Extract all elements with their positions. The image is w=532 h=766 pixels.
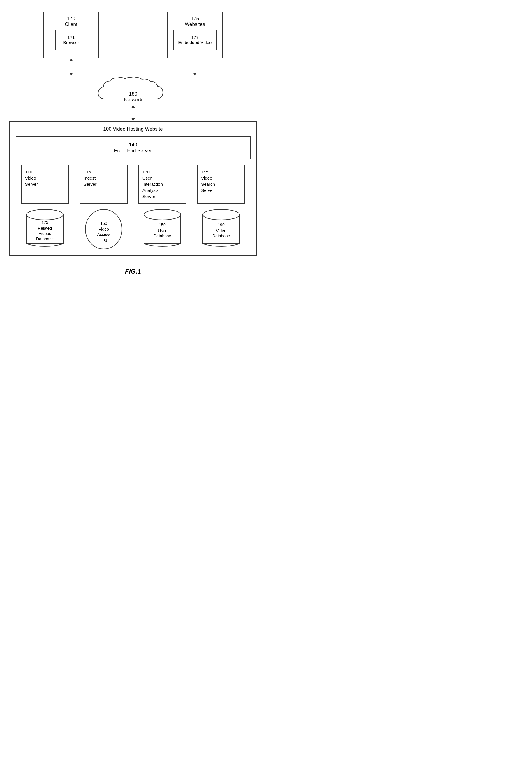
client-arrow-line xyxy=(71,61,71,73)
embedded-video-label: 177 Embedded Video xyxy=(178,35,212,45)
websites-name: Websites xyxy=(185,22,205,27)
svg-text:Database: Database xyxy=(36,237,54,241)
svg-text:Access: Access xyxy=(97,232,110,237)
websites-box: 175 Websites 177 Embedded Video xyxy=(167,12,223,58)
server-label-115: 115IngestServer xyxy=(84,169,96,187)
db-row: 175 Related Videos Database 160 Video Ac… xyxy=(16,209,251,250)
browser-label: 171 Browser xyxy=(63,35,79,45)
hosting-title: 100 Video Hosting Website xyxy=(103,126,163,132)
top-row: 170 Client 171 Browser 175 Websites xyxy=(9,12,257,58)
oval-160: 160 Video Access Log xyxy=(85,209,123,250)
websites-arrow-line xyxy=(195,58,195,73)
hosting-label: Video Hosting Website xyxy=(113,126,163,132)
browser-id: 171 xyxy=(67,35,75,40)
client-arrow-up xyxy=(69,58,73,61)
server-box-115: 115IngestServer xyxy=(80,165,128,204)
hosting-id: 100 xyxy=(103,126,111,132)
network-section: 180 Network xyxy=(89,76,177,108)
cylinder-svg-150: 150 User Database xyxy=(143,209,181,250)
embedded-video-box: 177 Embedded Video xyxy=(173,30,217,50)
cylinder-svg-190: 190 Video Database xyxy=(202,209,240,250)
client-label: 170 Client xyxy=(65,16,77,27)
svg-text:Video: Video xyxy=(98,227,109,232)
server-row: 110VideoServer 115IngestServer 130UserIn… xyxy=(16,165,251,204)
server-label-130: 130UserInteractionAnalysisServer xyxy=(142,169,163,200)
diagram-container: 170 Client 171 Browser 175 Websites xyxy=(9,12,257,275)
svg-point-12 xyxy=(144,210,181,220)
cloud-container: 180 Network xyxy=(89,76,177,108)
cylinder-190: 190 Video Database xyxy=(202,209,240,250)
svg-text:160: 160 xyxy=(100,221,107,226)
frontend-box: 140 Front End Server xyxy=(16,136,251,159)
cloud-svg: 180 Network xyxy=(89,76,177,108)
network-label: Network xyxy=(124,97,142,103)
network-text: 180 xyxy=(129,91,137,97)
websites-label: 175 Websites xyxy=(185,16,205,27)
svg-text:Database: Database xyxy=(212,234,230,238)
browser-name: Browser xyxy=(63,40,79,45)
frontend-label: Front End Server xyxy=(114,148,152,153)
cylinder-175: 175 Related Videos Database xyxy=(26,209,64,250)
arrow-line xyxy=(133,108,133,118)
svg-text:User: User xyxy=(158,228,167,233)
svg-point-17 xyxy=(203,210,239,220)
fig-label: FIG.1 xyxy=(125,268,141,275)
cylinder-150: 150 User Database xyxy=(143,209,181,250)
server-label-145: 145VideoSearchServer xyxy=(201,169,215,193)
svg-text:Video: Video xyxy=(216,228,226,233)
server-box-145: 145VideoSearchServer xyxy=(197,165,245,204)
client-name: Client xyxy=(65,22,77,27)
svg-text:Database: Database xyxy=(154,234,171,238)
svg-text:Videos: Videos xyxy=(39,231,51,236)
server-label-110: 110VideoServer xyxy=(25,169,38,187)
hosting-box: 100 Video Hosting Website 140 Front End … xyxy=(9,121,257,256)
websites-id: 175 xyxy=(191,16,199,21)
cylinder-svg-175: 175 Related Videos Database xyxy=(26,209,64,250)
server-box-130: 130UserInteractionAnalysisServer xyxy=(138,165,186,204)
svg-text:175: 175 xyxy=(42,220,49,225)
db-160: 160 Video Access Log xyxy=(80,209,128,250)
db-190: 190 Video Database xyxy=(197,209,245,250)
client-arrow-down xyxy=(69,73,73,76)
embedded-name: Embedded Video xyxy=(178,40,212,45)
browser-box: 171 Browser xyxy=(55,30,87,50)
svg-text:190: 190 xyxy=(218,223,225,227)
svg-point-1 xyxy=(27,210,63,220)
db-175: 175 Related Videos Database xyxy=(21,209,69,250)
db-150: 150 User Database xyxy=(138,209,186,250)
svg-text:Related: Related xyxy=(38,226,52,231)
oval-svg-160: 160 Video Access Log xyxy=(85,209,123,250)
client-box: 170 Client 171 Browser xyxy=(43,12,99,58)
server-box-110: 110VideoServer xyxy=(21,165,69,204)
svg-text:Log: Log xyxy=(100,237,107,242)
frontend-id: 140 xyxy=(129,142,137,147)
embedded-id: 177 xyxy=(191,35,198,40)
arrow-down-head xyxy=(131,118,135,121)
websites-arrow-down xyxy=(193,73,197,76)
svg-text:150: 150 xyxy=(159,223,166,227)
client-id: 170 xyxy=(67,16,75,21)
